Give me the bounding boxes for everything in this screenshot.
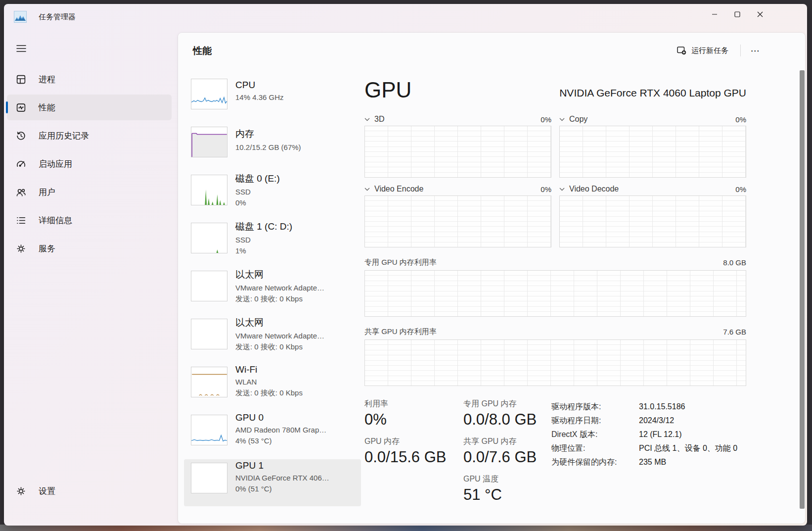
perf-item-title: GPU 0: [235, 411, 359, 423]
minimize-button[interactable]: [703, 5, 726, 24]
services-icon: [16, 243, 26, 254]
sidebar-item-performance[interactable]: 性能: [7, 95, 172, 120]
engine-label-video-encode: Video Encode: [374, 185, 423, 193]
task-manager-window: 任务管理器 进程 性能: [4, 4, 807, 526]
perf-item-sub: WLAN: [235, 378, 359, 386]
perf-item-sub2: 0%: [235, 198, 359, 207]
stat-gpu-memory: GPU 内存 0.0/15.6 GB: [364, 436, 463, 466]
perf-item-disk1[interactable]: 磁盘 1 (C: D:) SSD 1%: [184, 219, 361, 266]
chevron-down-icon[interactable]: [559, 116, 566, 123]
window-title: 任务管理器: [39, 12, 76, 22]
processes-icon: [16, 74, 26, 85]
sidebar-item-label: 进程: [39, 74, 55, 85]
engine-chart-video-decode: [559, 195, 746, 247]
stat-value: 0%: [364, 411, 463, 429]
ethernet1-sparkline: [191, 271, 227, 301]
perf-item-title: 磁盘 0 (E:): [235, 171, 359, 185]
sidebar-item-label: 服务: [39, 243, 55, 254]
navigation-menu-button[interactable]: [12, 40, 31, 57]
stat-value: 0.0/15.6 GB: [364, 448, 463, 466]
perf-item-title: 以太网: [235, 315, 359, 329]
engine-chart-3d: [364, 126, 551, 178]
perf-item-disk0[interactable]: 磁盘 0 (E:) SSD 0%: [184, 171, 361, 218]
ethernet2-sparkline: [191, 319, 227, 349]
perf-item-title: 磁盘 1 (C: D:): [235, 219, 359, 233]
engine-value-3d: 0%: [541, 115, 551, 124]
detail-label: 驱动程序版本:: [551, 402, 639, 412]
run-new-task-button[interactable]: 运行新任务: [670, 42, 735, 59]
sidebar-item-label: 应用历史记录: [39, 130, 89, 142]
perf-item-wifi[interactable]: Wi-Fi WLAN 发送: 0 接收: 0 Kbps: [184, 363, 361, 410]
perf-item-ethernet2[interactable]: 以太网 VMware Network Adapte… 发送: 0 接收: 0 K…: [184, 315, 361, 362]
wifi-sparkline: [191, 367, 227, 397]
chevron-down-icon[interactable]: [559, 186, 566, 193]
detail-label: DirectX 版本:: [551, 430, 639, 440]
sidebar-item-users[interactable]: 用户: [7, 179, 172, 205]
vertical-scrollbar[interactable]: [800, 70, 805, 509]
maximize-button[interactable]: [726, 5, 749, 24]
perf-item-sub: VMware Network Adapte…: [235, 332, 359, 340]
perf-item-sub2: 4% (53 °C): [235, 436, 359, 445]
sidebar-item-settings[interactable]: 设置: [7, 478, 172, 504]
page-title: 性能: [193, 45, 212, 57]
gpu1-sparkline: [191, 463, 227, 493]
perf-item-sub: 14% 4.36 GHz: [235, 93, 359, 101]
sidebar-item-services[interactable]: 服务: [7, 236, 172, 261]
detail-row: 物理位置: PCI 总线 1、设备 0、功能 0: [551, 441, 746, 455]
memory-sparkline: [191, 127, 227, 157]
sidebar-item-processes[interactable]: 进程: [7, 66, 172, 92]
perf-item-cpu[interactable]: CPU 14% 4.36 GHz: [184, 75, 361, 122]
chevron-down-icon[interactable]: [364, 186, 371, 193]
cpu-sparkline: [191, 79, 227, 109]
perf-item-gpu1[interactable]: GPU 1 NVIDIA GeForce RTX 406… 0% (51 °C): [184, 459, 361, 506]
more-options-button[interactable]: ⋯: [746, 42, 766, 59]
engine-label-copy: Copy: [569, 115, 587, 124]
panel-header: 性能 运行新任务 ⋯: [178, 33, 805, 67]
detail-value: PCI 总线 1、设备 0、功能 0: [639, 443, 746, 454]
stat-label: GPU 温度: [463, 474, 551, 484]
engine-label-video-decode: Video Decode: [569, 185, 619, 193]
new-task-icon: [677, 46, 686, 55]
engine-value-video-decode: 0%: [735, 185, 746, 193]
perf-item-sub2: 1%: [235, 246, 359, 255]
detail-value: 2024/3/12: [639, 416, 746, 425]
sidebar-item-app-history[interactable]: 应用历史记录: [7, 123, 172, 148]
detail-row: DirectX 版本: 12 (FL 12.1): [551, 428, 746, 441]
performance-list: CPU 14% 4.36 GHz 内存 10.2/15.2 GB (67%): [182, 70, 363, 520]
sidebar-item-label: 用户: [39, 187, 55, 198]
gpu0-sparkline: [191, 415, 227, 445]
perf-item-sub: NVIDIA GeForce RTX 406…: [235, 474, 359, 482]
perf-item-sub2: 发送: 0 接收: 0 Kbps: [235, 388, 359, 398]
startup-apps-icon: [16, 159, 26, 169]
disk1-sparkline: [191, 223, 227, 253]
stat-gpu-temperature: GPU 温度 51 °C: [463, 474, 551, 504]
perf-item-ethernet1[interactable]: 以太网 VMware Network Adapte… 发送: 0 接收: 0 K…: [184, 267, 361, 314]
sidebar-item-details[interactable]: 详细信息: [7, 207, 172, 233]
sidebar-item-startup-apps[interactable]: 启动应用: [7, 151, 172, 177]
chevron-down-icon[interactable]: [364, 116, 371, 123]
engine-chart-video-encode: [364, 195, 551, 247]
users-icon: [16, 187, 26, 197]
history-icon: [16, 131, 26, 141]
stat-label: GPU 内存: [364, 436, 463, 447]
dedicated-memory-chart-max: 8.0 GB: [723, 258, 746, 267]
perf-item-sub2: 发送: 0 接收: 0 Kbps: [235, 294, 359, 304]
detail-value: 12 (FL 12.1): [639, 430, 746, 439]
sidebar-item-label: 启动应用: [39, 158, 72, 170]
scrollbar-thumb[interactable]: [800, 70, 805, 509]
shared-memory-chart-label: 共享 GPU 内存利用率: [364, 327, 437, 337]
perf-item-memory[interactable]: 内存 10.2/15.2 GB (67%): [184, 123, 361, 170]
stat-value: 0.0/8.0 GB: [463, 411, 551, 429]
detail-label: 物理位置:: [551, 443, 639, 454]
task-manager-app-icon: [14, 11, 27, 23]
perf-item-gpu0[interactable]: GPU 0 AMD Radeon 780M Grap… 4% (53 °C): [184, 411, 361, 458]
perf-item-title: 内存: [235, 123, 359, 141]
stat-label: 利用率: [364, 399, 463, 409]
stat-utilization: 利用率 0%: [364, 399, 463, 429]
stat-dedicated-memory: 专用 GPU 内存 0.0/8.0 GB: [463, 399, 551, 429]
engine-label-3d: 3D: [374, 115, 384, 124]
close-button[interactable]: [749, 5, 771, 24]
header-divider: [740, 45, 741, 56]
detail-label: 为硬件保留的内存:: [551, 457, 639, 468]
detail-label: 驱动程序日期:: [551, 416, 639, 426]
